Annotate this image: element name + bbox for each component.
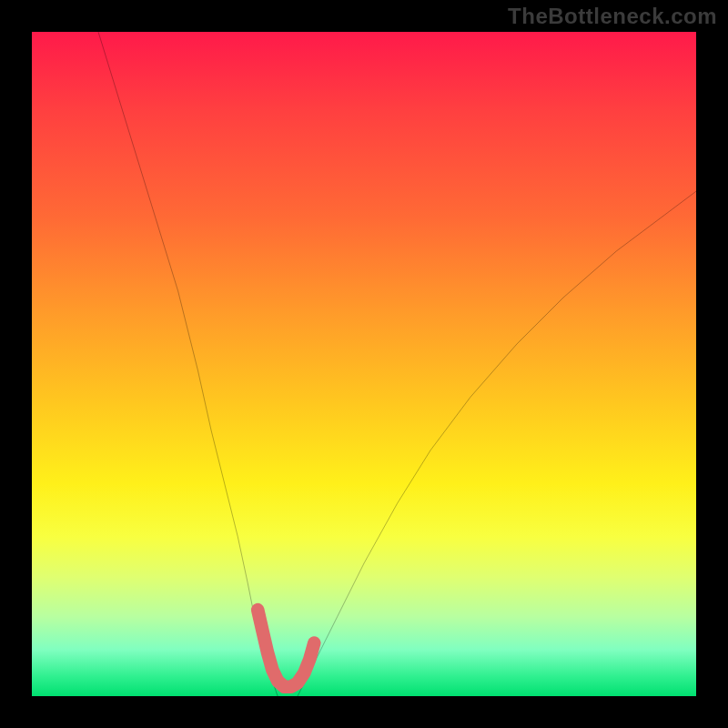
chart-frame: TheBottleneck.com <box>0 0 728 728</box>
plot-area <box>32 32 696 696</box>
highlight-overlay <box>32 32 696 696</box>
minimum-highlight <box>258 610 314 687</box>
watermark-text: TheBottleneck.com <box>508 4 717 29</box>
